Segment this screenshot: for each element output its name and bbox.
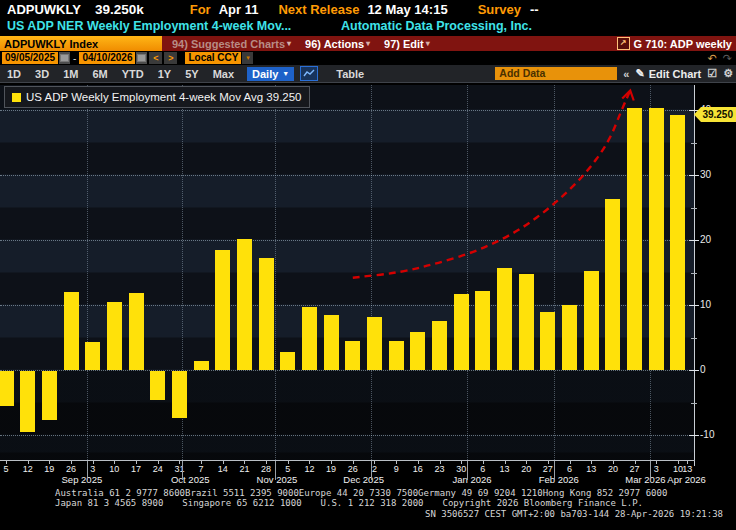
- chart-bar: [42, 371, 57, 420]
- chevron-left-icon[interactable]: <: [149, 52, 162, 64]
- gridline-h: [0, 435, 694, 436]
- date-separator: -: [73, 53, 76, 64]
- range-tab-1m[interactable]: 1M: [56, 68, 85, 80]
- last-value: 39.250k: [95, 2, 144, 17]
- x-month-label: Feb 2026: [531, 474, 587, 485]
- x-tick-label: 13: [677, 464, 697, 474]
- chart-bar: [64, 292, 79, 370]
- menu-item[interactable]: 94) Suggested Charts▾: [172, 38, 291, 50]
- page-link[interactable]: ↗ G 710: ADP weekly: [617, 36, 732, 51]
- survey-value: --: [530, 2, 539, 17]
- chart-bar: [367, 317, 382, 370]
- add-data-input[interactable]: Add Data: [495, 67, 617, 80]
- chevron-down-icon: ▾: [287, 39, 291, 48]
- chart-bar: [432, 321, 447, 370]
- legend-swatch-icon: [12, 93, 21, 102]
- next-release-date: 12 May 14:15: [367, 2, 447, 17]
- range-tab-6m[interactable]: 6M: [85, 68, 114, 80]
- x-tick-label: 26: [343, 464, 363, 474]
- range-tab-5y[interactable]: 5Y: [178, 68, 205, 80]
- gridline-h: [0, 110, 694, 111]
- y-tick-minor: [691, 273, 697, 274]
- calendar-icon[interactable]: [59, 52, 70, 64]
- chart-bar: [410, 332, 425, 370]
- calendar-icon[interactable]: [136, 52, 147, 64]
- gridline-h: [0, 370, 694, 371]
- x-month-separator: [371, 461, 372, 480]
- date-from-field[interactable]: 09/05/2025: [2, 52, 58, 64]
- company-name: Automatic Data Processing, Inc.: [341, 19, 532, 33]
- chart-bar: [194, 361, 209, 370]
- undo-icon[interactable]: ↶: [708, 52, 717, 65]
- footer: Australia 61 2 9777 8600Brazil 5511 2395…: [0, 487, 736, 530]
- line-chart-icon[interactable]: [300, 66, 318, 81]
- last-price-badge: 39.250: [694, 107, 736, 122]
- gridline-v: [554, 85, 555, 460]
- x-tick-label: 17: [126, 464, 146, 474]
- annotate-icon[interactable]: ☑: [707, 67, 717, 80]
- security-header: ADPUWKLY 39.250k For Apr 11 Next Release…: [0, 0, 736, 19]
- range-toolbar: 1D3D1M6MYTD1Y5YMax Daily ▼ Table Add Dat…: [0, 65, 736, 83]
- menu-item[interactable]: 97) Edit▾: [384, 38, 430, 50]
- period-label: Daily: [252, 67, 278, 81]
- range-tab-3d[interactable]: 3D: [28, 68, 56, 80]
- collapse-icon[interactable]: «: [623, 68, 629, 80]
- menu-item[interactable]: 96) Actions▾: [305, 38, 370, 50]
- survey-label: Survey: [478, 2, 521, 17]
- chart-bar: [627, 108, 642, 370]
- range-tab-max[interactable]: Max: [206, 68, 241, 80]
- currency-select[interactable]: Local CCY: [185, 52, 241, 64]
- chart-legend[interactable]: US ADP Weekly Employment 4-week Mov Avg …: [4, 86, 310, 108]
- x-tick-label: 2: [364, 464, 384, 474]
- chart-bar: [649, 108, 664, 370]
- y-tick-mark: [689, 175, 699, 176]
- export-icon[interactable]: ↗: [617, 37, 630, 50]
- y-tick-mark: [689, 305, 699, 306]
- y-tick-mark: [689, 240, 699, 241]
- y-tick-label: -10: [700, 429, 732, 440]
- function-bar: ADPUWKLY Index 94) Suggested Charts▾96) …: [0, 36, 736, 51]
- gear-icon[interactable]: ⚙: [723, 67, 733, 80]
- footer-contact: Copyright 2026 Bloomberg Finance L.P.: [443, 498, 643, 508]
- x-tick-label: 31: [169, 464, 189, 474]
- gridline-v: [371, 85, 372, 460]
- x-month-label: Apr 2026: [659, 474, 715, 485]
- x-tick-label: 28: [256, 464, 276, 474]
- chart-bar: [215, 250, 230, 370]
- chart-bar: [259, 258, 274, 370]
- y-tick-minor: [691, 403, 697, 404]
- x-tick-label: 5: [278, 464, 298, 474]
- footer-contact: Europe 44 20 7330 7500: [299, 488, 418, 498]
- chart-bar: [324, 315, 339, 370]
- x-tick-label: 5: [0, 464, 16, 474]
- chevron-right-icon[interactable]: >: [164, 52, 177, 64]
- table-button[interactable]: Table: [336, 68, 364, 80]
- chart-bar: [172, 371, 187, 418]
- range-tab-1y[interactable]: 1Y: [151, 68, 178, 80]
- chart-bar: [584, 271, 599, 370]
- footer-contact: U.S. 1 212 318 2000: [321, 498, 424, 508]
- x-month-separator: [467, 461, 468, 480]
- chart-bar: [237, 239, 252, 370]
- footer-contact: Germany 49 69 9204 1210: [418, 488, 543, 498]
- chevron-down-icon[interactable]: ▾: [242, 52, 253, 64]
- date-to-field[interactable]: 04/10/2026: [79, 52, 135, 64]
- footer-contact: Singapore 65 6212 1000: [182, 498, 301, 508]
- range-tab-ytd[interactable]: YTD: [115, 68, 151, 80]
- range-tab-1d[interactable]: 1D: [0, 68, 28, 80]
- edit-chart-button[interactable]: ✎ Edit Chart: [635, 67, 701, 80]
- x-tick-label: 13: [581, 464, 601, 474]
- redo-icon[interactable]: ↷: [723, 52, 732, 65]
- chevron-down-icon: ▾: [366, 39, 370, 48]
- chevron-down-icon: ▾: [426, 39, 430, 48]
- x-tick-label: 14: [213, 464, 233, 474]
- chart-bar: [107, 302, 122, 370]
- x-tick-label: 20: [516, 464, 536, 474]
- chart-plot[interactable]: [0, 85, 694, 460]
- period-select[interactable]: Daily ▼: [247, 67, 294, 81]
- x-tick-label: 16: [408, 464, 428, 474]
- x-tick-label: 19: [321, 464, 341, 474]
- gridline-v: [275, 85, 276, 460]
- next-release-label: Next Release: [278, 2, 359, 17]
- security-field[interactable]: ADPUWKLY Index: [0, 36, 162, 51]
